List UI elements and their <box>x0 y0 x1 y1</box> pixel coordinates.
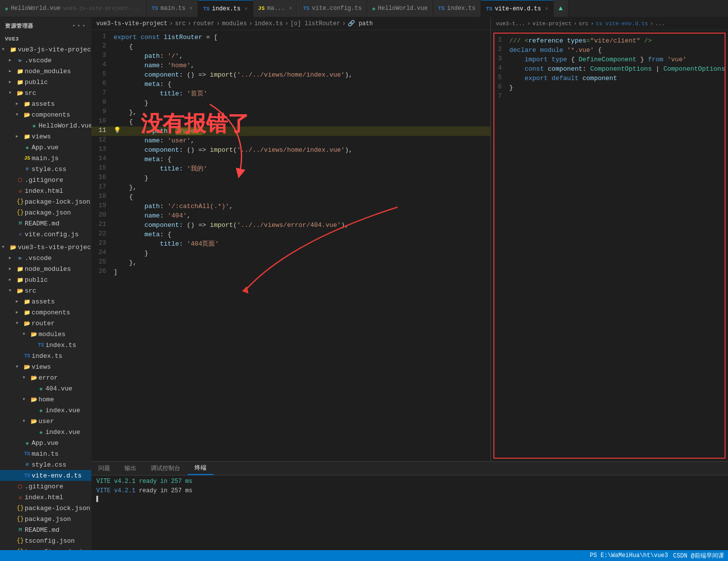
file-label: package-lock.json <box>25 198 90 206</box>
line-number: 2 <box>91 42 114 49</box>
code-line: 24 } <box>91 249 490 258</box>
sidebar-item-nodemodules[interactable]: 📁 node_modules <box>0 66 91 77</box>
sidebar-item-mainjs[interactable]: JS main.js <box>0 153 91 164</box>
close-icon[interactable]: × <box>289 5 292 11</box>
tab-output[interactable]: 输出 <box>118 462 144 475</box>
sidebar-title: 资源管理器 <box>5 22 34 30</box>
file-label: views <box>32 363 51 371</box>
sidebar-item-vue3js[interactable]: 📁 vue3-js-vite-project <box>0 44 91 55</box>
sidebar-item-modules-indexts[interactable]: TS index.ts <box>0 340 91 350</box>
sidebar-item-assets[interactable]: 📁 assets <box>0 98 91 109</box>
sidebar-item-ts-nodemodules[interactable]: 📁 node_modules <box>0 263 91 274</box>
sidebar-item-ts-tsconfigjson[interactable]: {} tsconfig.json <box>0 535 91 546</box>
sidebar-item-gitignore[interactable]: ⬡ .gitignore <box>0 174 91 185</box>
breadcrumb-listrouter: [o] listRouter <box>290 20 340 27</box>
code-line: 2 { <box>91 42 490 51</box>
sidebar-item-ts-views[interactable]: 📂 views <box>0 361 91 372</box>
ts-file-icon: TS <box>23 451 32 457</box>
tab-indexts[interactable]: TS index.ts × <box>198 0 253 17</box>
line-number: 3 <box>91 51 114 59</box>
sidebar-item-router-indexts[interactable]: TS index.ts <box>0 350 91 361</box>
sidebar-item-appvue[interactable]: ◈ App.vue <box>0 142 91 153</box>
line-number: 6 <box>494 83 509 90</box>
tab-helloworldvue[interactable]: ◈ HelloWorld.vue vue3-js-vite-project-..… <box>0 0 147 17</box>
right-panel-bordered[interactable]: 1 /// <reference types="vite/client" /> … <box>493 33 726 459</box>
file-label: index.vue <box>45 429 80 436</box>
chevron-right-icon <box>9 58 16 63</box>
code-line: 25 }, <box>91 258 490 267</box>
close-icon[interactable]: × <box>190 5 193 11</box>
sidebar-item-router[interactable]: 📂 router <box>0 318 91 329</box>
sidebar-item-ts-src[interactable]: 📂 src <box>0 285 91 296</box>
tab-debug-console[interactable]: 调试控制台 <box>144 462 188 475</box>
tab-viteenvdts[interactable]: TS vite-env.d.ts × <box>481 0 554 17</box>
terminal-content[interactable]: VITE v4.2.1 ready in 257 ms VITE v4.2.1 … <box>91 475 728 550</box>
vue-icon: ◈ <box>372 5 375 12</box>
sidebar-item-components[interactable]: 📂 components <box>0 109 91 120</box>
sidebar-item-404vue[interactable]: ◈ 404.vue <box>0 383 91 394</box>
line-number: 8 <box>91 98 114 106</box>
tab-majs[interactable]: JS ma... × <box>253 0 298 17</box>
sidebar-item-error[interactable]: 📂 error <box>0 372 91 383</box>
code-line: 6 } <box>494 83 725 92</box>
tab-maints[interactable]: TS main.ts × <box>147 0 198 17</box>
json-file-icon: {} <box>16 516 25 522</box>
line-number: 26 <box>91 267 114 275</box>
close-icon[interactable]: × <box>244 6 248 12</box>
code-line: 10 { <box>91 117 490 127</box>
sidebar-item-ts-appvue[interactable]: ◈ App.vue <box>0 437 91 448</box>
tab-terminal[interactable]: 终端 <box>188 462 214 475</box>
sidebar-item-ts-components[interactable]: 📁 components <box>0 307 91 318</box>
sidebar-item-ts-indexhtml[interactable]: ◇ index.html <box>0 492 91 503</box>
tab-extra[interactable]: ▲ <box>554 0 568 17</box>
js-file-icon: JS <box>23 156 32 161</box>
sidebar-item-viteconfigjs[interactable]: ⚡ vite.config.js <box>0 229 91 240</box>
sidebar-item-ts-assets[interactable]: 📁 assets <box>0 296 91 307</box>
tab-helloworldvue2[interactable]: ◈ HelloWorld.vue <box>367 0 433 17</box>
sidebar-item-helloworldvue[interactable]: ◈ HelloWorld.vue <box>0 120 91 131</box>
sidebar-item-ts-vscode[interactable]: ⊳ .vscode <box>0 253 91 263</box>
sidebar-item-src[interactable]: 📂 src <box>0 87 91 98</box>
sidebar-item-readme[interactable]: M README.md <box>0 218 91 229</box>
tab-problems[interactable]: 问题 <box>91 462 118 475</box>
sidebar-item-ts-readme[interactable]: M README.md <box>0 524 91 535</box>
sidebar-item-packagelockjson[interactable]: {} package-lock.json <box>0 196 91 207</box>
line-number: 23 <box>91 239 114 247</box>
chevron-down-icon <box>23 397 30 402</box>
css-file-icon: # <box>23 462 32 468</box>
tab-indexts2[interactable]: TS index.ts <box>433 0 481 17</box>
file-label: main.js <box>32 155 59 162</box>
sidebar-item-home-indexvue[interactable]: ◈ index.vue <box>0 405 91 416</box>
sidebar-item-views[interactable]: 📁 views <box>0 131 91 142</box>
sidebar-item-user-indexvue[interactable]: ◈ index.vue <box>0 427 91 437</box>
sep-icon: › <box>591 21 594 27</box>
sidebar-item-ts-packagejson[interactable]: {} package.json <box>0 514 91 524</box>
left-breadcrumb: vue3-ts-vite-project › src › router › mo… <box>91 17 490 30</box>
sidebar-item-indexhtml[interactable]: ◇ index.html <box>0 185 91 196</box>
line-number: 5 <box>91 70 114 78</box>
sidebar-item-viteenvdts[interactable]: TS vite-env.d.ts <box>0 470 91 481</box>
sidebar-item-vscode[interactable]: ⊳ .vscode <box>0 55 91 66</box>
left-code-editor[interactable]: 1 export const listRouter = [ 2 { 3 path… <box>91 30 490 461</box>
sidebar-item-ts-gitignore[interactable]: ⬡ .gitignore <box>0 481 91 492</box>
tab-viteconfigts[interactable]: TS vite.config.ts <box>298 0 367 17</box>
sidebar-item-packagejson[interactable]: {} package.json <box>0 207 91 218</box>
sidebar-item-vue3ts[interactable]: 📂 vue3-ts-vite-project <box>0 242 91 253</box>
sidebar-item-ts-public[interactable]: 📁 public <box>0 274 91 285</box>
close-icon[interactable]: × <box>545 6 549 12</box>
line-number: 1 <box>91 33 114 40</box>
more-options-icon[interactable]: ··· <box>72 21 86 30</box>
code-line: 16 } <box>91 173 490 183</box>
file-label: components <box>32 111 70 119</box>
sidebar-item-public[interactable]: 📁 public <box>0 77 91 87</box>
sidebar-item-modules[interactable]: 📂 modules <box>0 329 91 340</box>
sidebar-item-ts-stylecss[interactable]: # style.css <box>0 459 91 470</box>
sidebar-item-stylecss[interactable]: # style.css <box>0 164 91 174</box>
sidebar-item-ts-tsconfignode[interactable]: {} tsconfig.node.json <box>0 546 91 550</box>
sidebar-item-user[interactable]: 📂 user <box>0 416 91 427</box>
css-file-icon: # <box>23 166 32 172</box>
sidebar-item-home[interactable]: 📂 home <box>0 394 91 405</box>
right-bc-dots: ... <box>655 21 665 27</box>
sidebar-item-ts-maints[interactable]: TS main.ts <box>0 448 91 459</box>
sidebar-item-ts-packagelockjson[interactable]: {} package-lock.json <box>0 503 91 514</box>
